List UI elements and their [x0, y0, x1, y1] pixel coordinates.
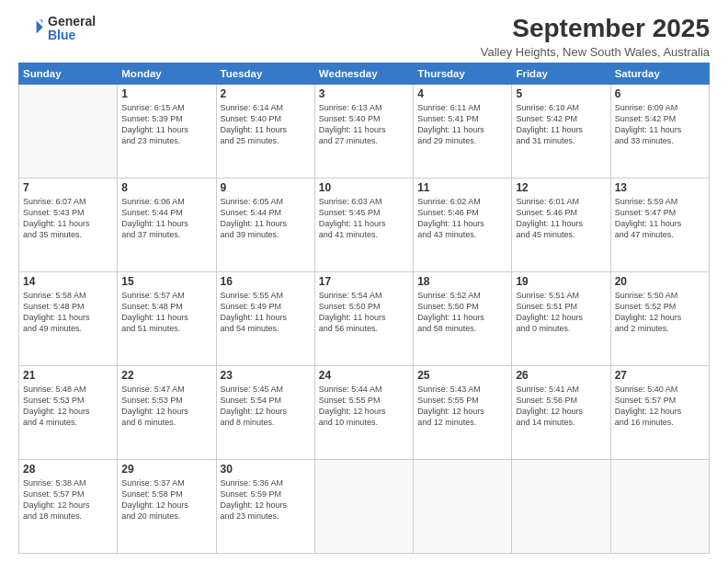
calendar-header-tuesday: Tuesday: [216, 63, 314, 84]
day-info: Sunrise: 5:54 AM Sunset: 5:50 PM Dayligh…: [319, 290, 409, 335]
day-info: Sunrise: 5:41 AM Sunset: 5:56 PM Dayligh…: [516, 384, 606, 429]
main-title: September 2025: [481, 15, 710, 43]
calendar-week-5: 28Sunrise: 5:38 AM Sunset: 5:57 PM Dayli…: [19, 459, 710, 553]
calendar-cell: 1Sunrise: 6:15 AM Sunset: 5:39 PM Daylig…: [118, 84, 216, 178]
calendar-cell: 12Sunrise: 6:01 AM Sunset: 5:46 PM Dayli…: [512, 178, 610, 271]
day-number: 8: [121, 181, 211, 194]
day-info: Sunrise: 6:13 AM Sunset: 5:40 PM Dayligh…: [319, 102, 409, 147]
day-info: Sunrise: 5:48 AM Sunset: 5:53 PM Dayligh…: [23, 384, 113, 429]
calendar-week-4: 21Sunrise: 5:48 AM Sunset: 5:53 PM Dayli…: [19, 365, 710, 459]
day-info: Sunrise: 5:44 AM Sunset: 5:55 PM Dayligh…: [319, 384, 409, 429]
day-number: 14: [23, 275, 113, 288]
calendar-cell: 29Sunrise: 5:37 AM Sunset: 5:58 PM Dayli…: [118, 459, 216, 553]
logo: General Blue: [18, 15, 96, 43]
day-number: 11: [417, 181, 507, 194]
day-number: 22: [121, 369, 211, 382]
day-number: 13: [615, 181, 705, 194]
day-number: 10: [319, 181, 409, 194]
calendar-cell: 26Sunrise: 5:41 AM Sunset: 5:56 PM Dayli…: [512, 365, 610, 459]
calendar-cell: 21Sunrise: 5:48 AM Sunset: 5:53 PM Dayli…: [19, 365, 118, 459]
calendar-cell: 22Sunrise: 5:47 AM Sunset: 5:53 PM Dayli…: [118, 365, 216, 459]
calendar-cell: 18Sunrise: 5:52 AM Sunset: 5:50 PM Dayli…: [414, 271, 512, 365]
day-info: Sunrise: 6:15 AM Sunset: 5:39 PM Dayligh…: [121, 102, 211, 147]
calendar-header-thursday: Thursday: [414, 63, 512, 84]
calendar-cell: 27Sunrise: 5:40 AM Sunset: 5:57 PM Dayli…: [610, 365, 709, 459]
calendar-header-saturday: Saturday: [610, 63, 709, 84]
day-number: 19: [516, 275, 606, 288]
calendar-cell: 24Sunrise: 5:44 AM Sunset: 5:55 PM Dayli…: [314, 365, 413, 459]
day-info: Sunrise: 6:05 AM Sunset: 5:44 PM Dayligh…: [221, 196, 311, 241]
day-info: Sunrise: 5:37 AM Sunset: 5:58 PM Dayligh…: [121, 477, 211, 523]
day-info: Sunrise: 6:02 AM Sunset: 5:46 PM Dayligh…: [417, 196, 507, 241]
calendar-cell: 25Sunrise: 5:43 AM Sunset: 5:55 PM Dayli…: [414, 365, 512, 459]
day-number: 15: [121, 275, 211, 288]
day-number: 29: [121, 463, 211, 476]
day-info: Sunrise: 5:52 AM Sunset: 5:50 PM Dayligh…: [417, 290, 507, 335]
calendar-cell: 5Sunrise: 6:10 AM Sunset: 5:42 PM Daylig…: [512, 84, 610, 178]
day-number: 24: [319, 369, 409, 382]
calendar-cell: 28Sunrise: 5:38 AM Sunset: 5:57 PM Dayli…: [19, 459, 118, 553]
day-number: 30: [221, 463, 311, 476]
calendar-table: SundayMondayTuesdayWednesdayThursdayFrid…: [18, 63, 710, 554]
day-info: Sunrise: 5:50 AM Sunset: 5:52 PM Dayligh…: [615, 290, 705, 335]
day-number: 25: [417, 369, 507, 382]
calendar-cell: [610, 459, 709, 553]
day-number: 16: [221, 275, 311, 288]
day-info: Sunrise: 6:01 AM Sunset: 5:46 PM Dayligh…: [516, 196, 606, 241]
page: General Blue September 2025 Valley Heigh…: [0, 0, 728, 563]
day-info: Sunrise: 5:58 AM Sunset: 5:48 PM Dayligh…: [23, 290, 113, 335]
calendar-cell: [512, 459, 610, 553]
calendar-cell: 4Sunrise: 6:11 AM Sunset: 5:41 PM Daylig…: [414, 84, 512, 178]
day-info: Sunrise: 5:45 AM Sunset: 5:54 PM Dayligh…: [221, 384, 311, 429]
day-number: 5: [516, 87, 606, 100]
day-number: 4: [417, 87, 507, 100]
day-info: Sunrise: 5:43 AM Sunset: 5:55 PM Dayligh…: [417, 384, 507, 429]
calendar-cell: 23Sunrise: 5:45 AM Sunset: 5:54 PM Dayli…: [216, 365, 314, 459]
day-info: Sunrise: 6:03 AM Sunset: 5:45 PM Dayligh…: [319, 196, 409, 241]
calendar-cell: 6Sunrise: 6:09 AM Sunset: 5:42 PM Daylig…: [610, 84, 709, 178]
day-info: Sunrise: 5:47 AM Sunset: 5:53 PM Dayligh…: [121, 384, 211, 429]
calendar-cell: 14Sunrise: 5:58 AM Sunset: 5:48 PM Dayli…: [19, 271, 118, 365]
day-info: Sunrise: 5:55 AM Sunset: 5:49 PM Dayligh…: [221, 290, 311, 335]
calendar-cell: 17Sunrise: 5:54 AM Sunset: 5:50 PM Dayli…: [314, 271, 413, 365]
calendar-cell: 20Sunrise: 5:50 AM Sunset: 5:52 PM Dayli…: [610, 271, 709, 365]
logo-icon: [18, 16, 44, 41]
logo-blue-text: Blue: [48, 29, 96, 42]
header: General Blue September 2025 Valley Heigh…: [18, 15, 710, 59]
day-info: Sunrise: 6:14 AM Sunset: 5:40 PM Dayligh…: [221, 102, 311, 147]
day-info: Sunrise: 5:40 AM Sunset: 5:57 PM Dayligh…: [615, 384, 705, 429]
calendar-cell: 13Sunrise: 5:59 AM Sunset: 5:47 PM Dayli…: [610, 178, 709, 271]
day-number: 17: [319, 275, 409, 288]
day-info: Sunrise: 6:06 AM Sunset: 5:44 PM Dayligh…: [121, 196, 211, 241]
calendar-cell: 2Sunrise: 6:14 AM Sunset: 5:40 PM Daylig…: [216, 84, 314, 178]
day-number: 27: [615, 369, 705, 382]
calendar-cell: 15Sunrise: 5:57 AM Sunset: 5:48 PM Dayli…: [118, 271, 216, 365]
day-info: Sunrise: 5:59 AM Sunset: 5:47 PM Dayligh…: [615, 196, 705, 241]
day-info: Sunrise: 6:11 AM Sunset: 5:41 PM Dayligh…: [417, 102, 507, 147]
day-number: 9: [221, 181, 311, 194]
day-number: 28: [23, 463, 113, 476]
svg-marker-1: [39, 20, 42, 24]
calendar-week-2: 7Sunrise: 6:07 AM Sunset: 5:43 PM Daylig…: [19, 178, 710, 271]
day-info: Sunrise: 5:57 AM Sunset: 5:48 PM Dayligh…: [121, 290, 211, 335]
calendar-cell: 19Sunrise: 5:51 AM Sunset: 5:51 PM Dayli…: [512, 271, 610, 365]
logo-general-text: General: [48, 15, 96, 29]
calendar-cell: 11Sunrise: 6:02 AM Sunset: 5:46 PM Dayli…: [414, 178, 512, 271]
title-block: September 2025 Valley Heights, New South…: [481, 15, 710, 59]
calendar-cell: 9Sunrise: 6:05 AM Sunset: 5:44 PM Daylig…: [216, 178, 314, 271]
calendar-cell: 8Sunrise: 6:06 AM Sunset: 5:44 PM Daylig…: [118, 178, 216, 271]
day-number: 12: [516, 181, 606, 194]
day-number: 7: [23, 181, 113, 194]
calendar-cell: 10Sunrise: 6:03 AM Sunset: 5:45 PM Dayli…: [314, 178, 413, 271]
calendar-cell: [414, 459, 512, 553]
calendar-header-sunday: Sunday: [19, 63, 118, 84]
day-number: 23: [221, 369, 311, 382]
day-number: 6: [615, 87, 705, 100]
calendar-cell: 3Sunrise: 6:13 AM Sunset: 5:40 PM Daylig…: [314, 84, 413, 178]
day-info: Sunrise: 6:07 AM Sunset: 5:43 PM Dayligh…: [23, 196, 113, 241]
subtitle: Valley Heights, New South Wales, Austral…: [481, 45, 710, 59]
calendar-header-row: SundayMondayTuesdayWednesdayThursdayFrid…: [19, 63, 710, 84]
day-info: Sunrise: 5:51 AM Sunset: 5:51 PM Dayligh…: [516, 290, 606, 335]
calendar-header-monday: Monday: [118, 63, 216, 84]
calendar-header-friday: Friday: [512, 63, 610, 84]
